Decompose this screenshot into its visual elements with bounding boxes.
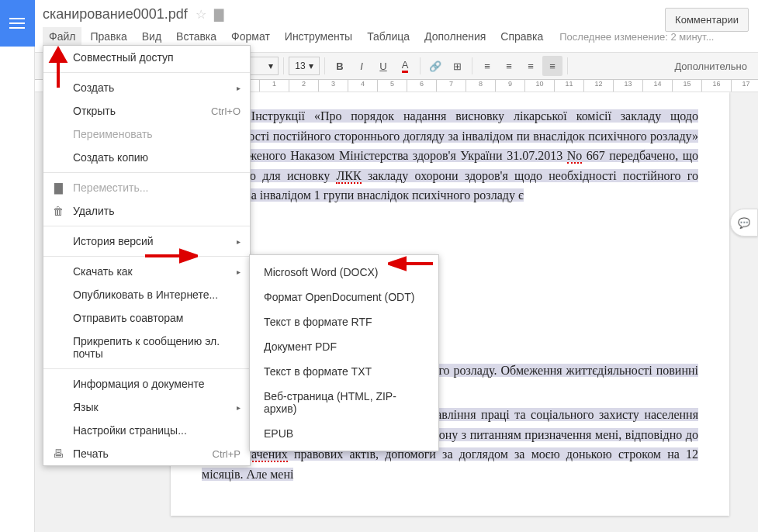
bold-button[interactable]: B [330,56,350,76]
doc-text[interactable]: ЛКК [336,169,361,184]
menu-print[interactable]: 🖶ПечатьCtrl+P [43,442,250,465]
menu-send-collab[interactable]: Отправить соавторам [43,306,250,330]
annotation-arrow-download [144,248,198,264]
menu-move: ▇Переместить... [43,176,250,199]
menu-publish[interactable]: Опубликовать в Интернете... [43,283,250,306]
annotation-arrow-file [47,43,70,89]
menu-insert[interactable]: Вставка [170,27,223,46]
star-icon[interactable]: ☆ [196,7,206,22]
align-center-button[interactable]: ≡ [499,56,519,76]
download-html[interactable]: Веб-страница (HTML, ZIP-архив) [250,384,438,421]
download-odt[interactable]: Формат OpenDocument (ODT) [250,285,438,309]
align-right-button[interactable]: ≡ [521,56,541,76]
menu-edit[interactable]: Правка [84,27,133,46]
download-as-submenu: Microsoft Word (DOCX) Формат OpenDocumen… [249,254,439,451]
menu-attach-email[interactable]: Прикрепить к сообщению эл. почты [43,330,250,365]
font-size-dropdown[interactable]: 13▾ [289,57,320,75]
left-rail [0,0,35,532]
link-button[interactable]: 🔗 [425,56,445,76]
comments-button[interactable]: Комментарии [665,8,749,32]
menu-share[interactable]: Совместный доступ [43,46,250,69]
menu-page-setup[interactable]: Настройки страницы... [43,419,250,442]
align-justify-button[interactable]: ≡ [542,56,562,76]
print-icon: 🖶 [51,447,65,460]
explore-fab[interactable]: 💬 [730,209,758,237]
folder-icon: ▇ [51,181,65,194]
menu-tools[interactable]: Инструменты [279,27,358,46]
doc-text[interactable]: No [567,149,583,164]
menu-language[interactable]: Язык▸ [43,396,250,419]
annotation-arrow-docx [388,256,434,271]
title-bar: сканирование0001.pdf ☆ ▇ [35,0,758,24]
underline-button[interactable]: U [373,56,393,76]
comment-button[interactable]: ⊞ [447,56,467,76]
menu-rename: Переименовать [43,123,250,146]
last-edit-label: Последнее изменение: 2 минут... [559,31,714,43]
menu-doc-info[interactable]: Информация о документе [43,372,250,396]
download-txt[interactable]: Текст в формате TXT [250,359,438,384]
menu-addons[interactable]: Дополнения [418,27,492,46]
menu-view[interactable]: Вид [136,27,168,46]
document-title[interactable]: сканирование0001.pdf [43,6,188,22]
toolbar-more[interactable]: Дополнительно [670,60,752,72]
italic-button[interactable]: I [351,56,372,76]
menu-delete[interactable]: 🗑Удалить [43,199,250,223]
menu-new[interactable]: Создать▸ [43,76,250,99]
menu-open[interactable]: ОткрытьCtrl+O [43,99,250,123]
download-pdf[interactable]: Документ PDF [250,334,438,359]
menu-help[interactable]: Справка [494,27,549,46]
align-left-button[interactable]: ≡ [477,56,497,76]
menu-table[interactable]: Таблица [361,27,416,46]
text-color-button[interactable]: A [395,56,415,76]
menu-make-copy[interactable]: Создать копию [43,146,250,169]
folder-icon[interactable]: ▇ [214,7,223,22]
download-epub[interactable]: EPUB [250,421,438,446]
trash-icon: 🗑 [51,205,65,217]
menu-format[interactable]: Формат [225,27,276,46]
download-rtf[interactable]: Текст в формате RTF [250,309,438,334]
docs-logo[interactable] [0,0,35,47]
